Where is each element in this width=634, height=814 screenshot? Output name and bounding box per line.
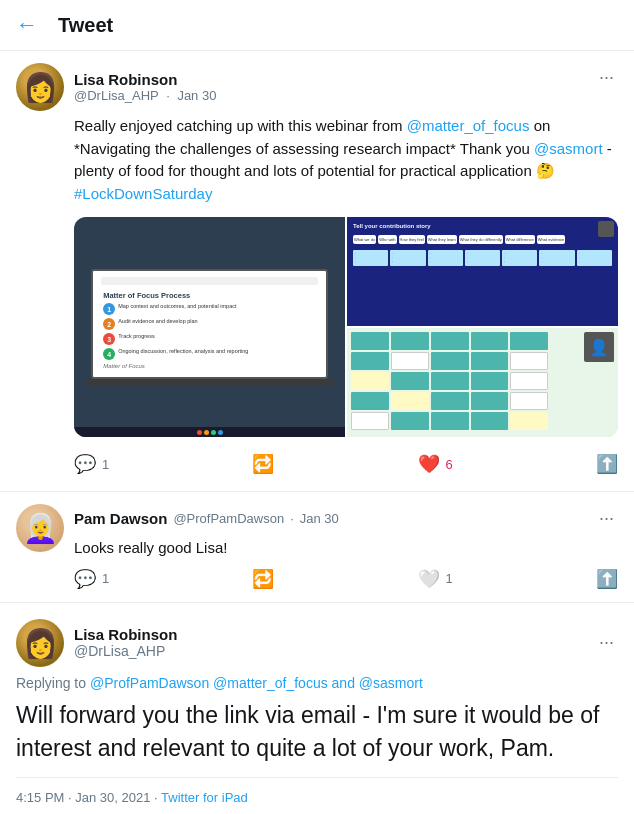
sticky-grid — [351, 332, 548, 430]
reply-pam: Pam Dawson @ProfPamDawson · Jan 30 ··· L… — [0, 492, 634, 603]
screen-process-title: Matter of Focus Process — [103, 291, 316, 300]
image-sticky-notes[interactable]: Bromleyby BowimpactmapLondon2019 👤 — [347, 328, 618, 437]
mention-sasmort[interactable]: @sasmort — [534, 140, 603, 157]
box-how-feel: How they feel — [399, 235, 425, 244]
sub-box-6: ··· — [539, 250, 574, 266]
more-button-tweet1[interactable]: ··· — [595, 63, 618, 92]
sub-box-5: ··· — [502, 250, 537, 266]
sticky-note — [351, 332, 389, 350]
dot-sep: · — [290, 511, 294, 526]
slide-sub-boxes: ··· ··· ··· ··· ··· ··· ··· — [353, 250, 612, 266]
step-text-4: Ongoing discussion, reflection, analysis… — [118, 348, 248, 355]
main-tweet-text: Will forward you the link via email - I'… — [16, 699, 618, 766]
tweet-1-images: Matter of Focus Process 1 Map context an… — [74, 217, 618, 437]
heart-icon-pam: 🤍 — [418, 568, 440, 590]
sticky-note — [431, 412, 469, 430]
step-4: 4 Ongoing discussion, reflection, analys… — [103, 348, 316, 360]
slide-person — [598, 221, 614, 237]
mention-matter-of-focus[interactable]: @matter_of_focus — [407, 117, 530, 134]
sticky-note — [471, 412, 509, 430]
back-button[interactable]: ← — [16, 12, 38, 38]
date-lisa: Jan 30 — [177, 88, 216, 103]
retweet-action-pam[interactable]: 🔁 — [252, 568, 274, 590]
sticky-note — [510, 332, 548, 350]
main-user-row: Lisa Robinson @DrLisa_AHP ··· — [16, 619, 618, 667]
more-button-reply1[interactable]: ··· — [595, 504, 618, 533]
sticky-note — [471, 392, 509, 410]
reply-pam-content: Pam Dawson @ProfPamDawson · Jan 30 ··· L… — [74, 504, 618, 590]
step-num-3: 3 — [103, 333, 115, 345]
replying-to-label: Replying to — [16, 675, 86, 691]
date-pam: Jan 30 — [300, 511, 339, 526]
like-action-pam[interactable]: 🤍 1 — [418, 568, 453, 590]
box-what-we-do: What we do — [353, 235, 376, 244]
share-action-tweet1[interactable]: ⬆️ — [596, 453, 618, 475]
retweet-action-tweet1[interactable]: 🔁 — [252, 453, 274, 475]
retweet-icon: 🔁 — [252, 453, 274, 475]
image-slide[interactable]: Tell your contribution story What we do … — [347, 217, 618, 326]
dot-blue — [218, 430, 223, 435]
sticky-note — [510, 352, 548, 370]
tweet-1-action-bar: 💬 1 🔁 ❤️ 6 ⬆️ — [74, 449, 618, 479]
reply-to-line: Replying to @ProfPamDawson @matter_of_fo… — [16, 675, 618, 691]
more-button-main[interactable]: ··· — [595, 628, 618, 657]
image-laptop[interactable]: Matter of Focus Process 1 Map context an… — [74, 217, 345, 437]
sticky-board: Bromleyby BowimpactmapLondon2019 👤 — [347, 328, 618, 437]
tweet-1-user-info: Lisa Robinson @DrLisa_AHP · Jan 30 — [16, 63, 216, 111]
sub-box-1: ··· — [353, 250, 388, 266]
main-username-block: Lisa Robinson @DrLisa_AHP — [74, 626, 177, 659]
step-num-1: 1 — [103, 303, 115, 315]
like-count-tweet1: 6 — [446, 457, 453, 472]
sticky-note — [351, 392, 389, 410]
step-text-3: Track progress — [118, 333, 154, 340]
share-icon: ⬆️ — [596, 453, 618, 475]
box-who-with: Who with — [378, 235, 396, 244]
box-what-learn: What they learn — [427, 235, 457, 244]
laptop-strip — [74, 427, 345, 437]
hashtag-lockdown[interactable]: #LockDownSaturday — [74, 185, 212, 202]
reply-count-pam: 1 — [102, 571, 109, 586]
step-1: 1 Map context and outcomes, and potentia… — [103, 303, 316, 315]
step-text-1: Map context and outcomes, and potential … — [118, 303, 236, 310]
laptop-mockup: Matter of Focus Process 1 Map context an… — [74, 217, 345, 437]
sticky-note — [391, 392, 429, 410]
screen-content: Matter of Focus Process 1 Map context an… — [101, 289, 318, 371]
avatar-lisa — [16, 63, 64, 111]
sticky-note — [431, 392, 469, 410]
sticky-note — [510, 412, 548, 430]
main-timestamp: 4:15 PM · Jan 30, 2021 · Twitter for iPa… — [16, 777, 618, 814]
dot-orange — [204, 430, 209, 435]
handle-lisa[interactable]: @DrLisa_AHP — [74, 88, 159, 103]
step-num-4: 4 — [103, 348, 115, 360]
sub-box-7: ··· — [577, 250, 612, 266]
tweet-1-names: Lisa Robinson @DrLisa_AHP · Jan 30 — [74, 71, 216, 103]
sticky-note — [351, 372, 389, 390]
reply-action-tweet1[interactable]: 💬 1 — [74, 453, 109, 475]
tweet-1: Lisa Robinson @DrLisa_AHP · Jan 30 ··· R… — [0, 51, 634, 492]
share-action-pam[interactable]: ⬆️ — [596, 568, 618, 590]
main-handle[interactable]: @DrLisa_AHP — [74, 643, 177, 659]
sticky-note — [351, 352, 389, 370]
sticky-note — [431, 332, 469, 350]
step-3: 3 Track progress — [103, 333, 316, 345]
handle-pam[interactable]: @ProfPamDawson — [173, 511, 284, 526]
reply-to-mentions[interactable]: @ProfPamDawson @matter_of_focus and @sas… — [90, 675, 423, 691]
handle-date-lisa: @DrLisa_AHP · Jan 30 — [74, 88, 216, 103]
slide-boxes-row: What we do Who with How they feel What t… — [353, 235, 612, 244]
tweet-1-user-row: Lisa Robinson @DrLisa_AHP · Jan 30 ··· — [16, 63, 618, 111]
laptop-base — [85, 379, 335, 385]
retweet-icon-pam: 🔁 — [252, 568, 274, 590]
like-action-tweet1[interactable]: ❤️ 6 — [418, 453, 453, 475]
sticky-note — [351, 412, 389, 430]
display-name-pam: Pam Dawson — [74, 510, 167, 527]
sub-box-4: ··· — [465, 250, 500, 266]
sticky-note — [431, 372, 469, 390]
tweet-emoji: 🤔 — [536, 162, 555, 179]
sticky-note — [391, 352, 429, 370]
box-evidence: What evidence — [537, 235, 565, 244]
slide-header-title: Tell your contribution story — [353, 223, 612, 229]
sticky-note — [510, 372, 548, 390]
twitter-source[interactable]: Twitter for iPad — [161, 790, 248, 805]
dot-green — [211, 430, 216, 435]
reply-action-pam[interactable]: 💬 1 — [74, 568, 109, 590]
